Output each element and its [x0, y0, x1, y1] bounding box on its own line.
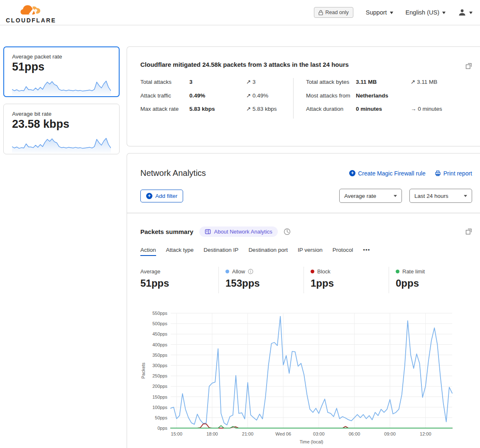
svg-text:Wed 06: Wed 06 — [275, 431, 291, 436]
stat-delta: ↗ 0.49% — [246, 92, 293, 100]
expand-icon[interactable] — [465, 228, 472, 235]
svg-text:21:00: 21:00 — [242, 431, 254, 436]
printer-icon — [435, 170, 441, 176]
network-analytics-title: Network Analytics — [140, 168, 206, 178]
metric-value: 51pps — [12, 61, 111, 73]
lock-icon — [318, 10, 323, 15]
packets-chart[interactable]: 0pps50pps100pps150pps200pps250pps300pps3… — [140, 310, 458, 447]
metric-label: Average packet rate — [12, 54, 111, 60]
svg-text:09:00: 09:00 — [384, 431, 396, 436]
tab-action[interactable]: Action — [140, 247, 156, 256]
cloudflare-logo[interactable]: CLOUDFLARE — [6, 3, 56, 24]
metric-select-value: Average rate — [344, 193, 376, 199]
tab-protocol[interactable]: Protocol — [333, 247, 353, 256]
metric-card-bit-rate[interactable]: Average bit rate 23.58 kbps — [3, 104, 120, 154]
stat-row: Total attacks 3 ↗ 3 — [140, 78, 293, 86]
legend-label: Allow — [232, 268, 245, 275]
stat-delta: ↗ 3.11 MB — [411, 78, 475, 86]
metric-card-packet-rate[interactable]: Average packet rate 51pps — [3, 46, 120, 97]
about-badge-label: About Network Analytics — [214, 229, 272, 235]
svg-text:550pps: 550pps — [152, 311, 168, 316]
print-report-label: Print report — [443, 170, 472, 177]
svg-text:400pps: 400pps — [152, 342, 168, 347]
summary-stats-right: Total attack bytes 3.11 MB ↗ 3.11 MB Mos… — [293, 78, 475, 119]
add-filter-button[interactable]: + Add filter — [140, 190, 183, 202]
stat-label: Max attack rate — [140, 105, 189, 113]
stat-delta — [411, 92, 475, 100]
info-icon[interactable] — [248, 269, 253, 274]
stat-label: Attack duration — [306, 105, 356, 113]
stat-value: Netherlands — [356, 92, 411, 100]
stat-value: 0.49% — [189, 92, 246, 100]
legend-value: 0pps — [396, 278, 472, 289]
legend-row: Average 51pps Allow 153pps Block 1pps — [140, 267, 472, 293]
legend-block: Block 1pps — [304, 267, 389, 293]
legend-dot-icon — [396, 270, 399, 273]
svg-text:Packets: Packets — [141, 362, 146, 379]
create-rule-label: Create Magic Firewall rule — [358, 170, 426, 177]
tab-destination-ip[interactable]: Destination IP — [203, 247, 238, 256]
chevron-down-icon — [442, 12, 446, 16]
print-report-link[interactable]: Print report — [435, 170, 472, 177]
attack-summary-title: Cloudflare mitigated 24.58k packets from… — [140, 61, 475, 68]
stat-value: 3.11 MB — [356, 78, 411, 86]
about-network-analytics-badge[interactable]: About Network Analytics — [199, 226, 278, 237]
svg-text:03:00: 03:00 — [313, 431, 325, 436]
metric-label: Average bit rate — [12, 111, 111, 117]
stat-row: Most attacks from Netherlands — [306, 92, 475, 100]
language-menu[interactable]: English (US) — [406, 9, 446, 16]
create-magic-firewall-rule-link[interactable]: + Create Magic Firewall rule — [349, 170, 426, 177]
tab-destination-port[interactable]: Destination port — [248, 247, 288, 256]
bit-rate-sparkline — [12, 132, 111, 154]
more-tabs-button[interactable]: ••• — [363, 247, 370, 256]
svg-text:350pps: 350pps — [152, 353, 168, 358]
packets-tabs: ActionAttack typeDestination IPDestinati… — [140, 247, 472, 256]
legend-value: 153pps — [225, 278, 304, 289]
svg-text:150pps: 150pps — [152, 394, 168, 399]
legend-dot-icon — [311, 270, 314, 273]
stat-value: 5.83 kbps — [189, 105, 246, 113]
stat-row: Attack duration 0 minutes → 0 minutes — [306, 105, 475, 113]
stat-delta: ↗ 3 — [246, 78, 293, 86]
svg-text:0pps: 0pps — [157, 426, 167, 431]
tab-attack-type[interactable]: Attack type — [166, 247, 194, 256]
stat-label: Most attacks from — [306, 92, 356, 100]
time-window-icon[interactable] — [284, 228, 291, 235]
svg-text:500pps: 500pps — [152, 321, 168, 326]
expand-icon[interactable] — [465, 63, 472, 69]
tab-ip-version[interactable]: IP version — [298, 247, 323, 256]
brand-wordmark: CLOUDFLARE — [6, 17, 56, 24]
legend-label: Block — [317, 268, 331, 275]
plus-circle-icon: + — [146, 193, 152, 199]
person-icon — [458, 8, 466, 17]
support-menu[interactable]: Support — [366, 9, 393, 16]
stat-label: Total attacks — [140, 78, 189, 86]
stat-delta: ↗ 5.83 kbps — [246, 105, 293, 113]
book-icon — [205, 229, 211, 234]
read-only-label: Read only — [326, 10, 349, 15]
stat-value: 3 — [189, 78, 246, 86]
chevron-down-icon — [394, 195, 397, 199]
chevron-down-icon — [390, 12, 393, 16]
metric-select[interactable]: Average rate — [339, 189, 402, 203]
svg-text:450pps: 450pps — [152, 331, 168, 336]
legend-dot-icon — [225, 270, 229, 273]
legend-label: Average — [140, 268, 160, 275]
stat-label: Total attack bytes — [306, 78, 356, 86]
svg-text:06:00: 06:00 — [349, 431, 360, 436]
legend-rate-limit: Rate limit 0pps — [389, 267, 472, 293]
svg-text:300pps: 300pps — [152, 363, 168, 368]
plus-circle-icon: + — [349, 170, 355, 176]
stat-label: Attack traffic — [140, 92, 189, 100]
legend-allow: Allow 153pps — [218, 267, 304, 293]
add-filter-label: Add filter — [155, 193, 177, 199]
svg-text:15:00: 15:00 — [171, 431, 183, 436]
stat-delta: → 0 minutes — [411, 105, 475, 113]
legend-label: Rate limit — [402, 268, 425, 275]
time-range-select[interactable]: Last 24 hours — [409, 189, 472, 203]
user-menu[interactable] — [458, 8, 473, 17]
cloudflare-cloud-icon — [18, 3, 44, 19]
summary-stats-left: Total attacks 3 ↗ 3 Attack traffic 0.49%… — [140, 78, 293, 119]
range-select-value: Last 24 hours — [414, 193, 448, 199]
legend-average: Average 51pps — [140, 267, 218, 293]
